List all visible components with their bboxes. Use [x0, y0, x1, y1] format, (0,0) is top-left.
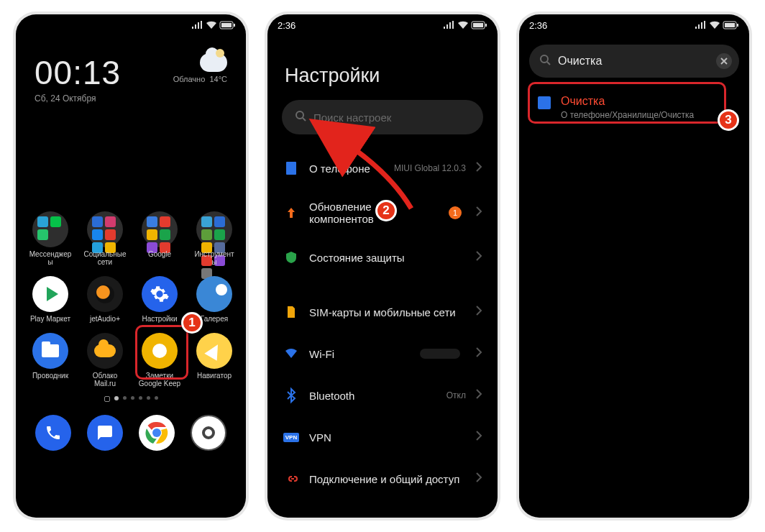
- app-label: Инструмент ы: [194, 250, 234, 266]
- search-input[interactable]: [558, 55, 709, 68]
- gear-icon: [150, 284, 170, 304]
- svg-point-4: [152, 428, 161, 437]
- annotation-badge-3: 3: [718, 109, 739, 131]
- app-shortcut[interactable]: jetAudio+: [79, 276, 131, 323]
- app-folder[interactable]: Google: [134, 211, 185, 266]
- result-icon: [538, 96, 551, 109]
- svg-rect-6: [473, 23, 483, 27]
- page-title: Настройки: [285, 65, 483, 87]
- close-icon: [720, 58, 728, 65]
- clock-date: Сб, 24 Октября: [35, 93, 121, 104]
- app-row-2: Play МаркетjetAudio+НастройкиГалерея: [16, 276, 246, 323]
- annotation-badge-1: 1: [181, 312, 203, 334]
- shield-icon: [283, 251, 299, 264]
- app-shortcut[interactable]: Заметки Google Keep: [134, 333, 185, 387]
- settings-item-title: VPN: [309, 431, 466, 444]
- phone-icon: [35, 415, 71, 451]
- page-dot: [155, 396, 158, 400]
- search-placeholder: Поиск настроек: [313, 111, 391, 124]
- folder-icon: [32, 211, 68, 247]
- app-label: Заметки Google Keep: [139, 372, 180, 387]
- settings-item-about[interactable]: О телефонеMIUI Global 12.0.3: [282, 147, 483, 189]
- app-label: Навигатор: [197, 372, 232, 380]
- nav-icon: [196, 333, 232, 369]
- gallery-icon: [196, 276, 232, 312]
- settings-item-title: Подключение и общий доступ: [309, 473, 466, 485]
- chevron-right-icon: [476, 306, 482, 318]
- chrome-app[interactable]: [131, 415, 183, 451]
- settings-item-title: SIM-карты и мобильные сети: [309, 306, 466, 318]
- chevron-right-icon: [476, 162, 482, 175]
- clock-widget[interactable]: 00:13 Сб, 24 Октября: [35, 53, 121, 104]
- settings-search[interactable]: [529, 45, 739, 78]
- app-label: Google: [148, 250, 171, 258]
- phone-icon: [45, 424, 62, 441]
- search-icon: [295, 110, 306, 124]
- clock-time: 00:13: [35, 53, 121, 92]
- wifi-name-obscured: [420, 349, 460, 359]
- search-result-item[interactable]: Очистка О телефоне/Хранилище/Очистка: [529, 88, 739, 129]
- settings-item-wifi[interactable]: Wi-Fi: [282, 333, 483, 375]
- folder-icon: [87, 211, 123, 247]
- search-icon: [539, 54, 551, 68]
- app-shortcut[interactable]: Навигатор: [188, 333, 240, 387]
- settings-item-shield[interactable]: Состояние защиты: [282, 237, 483, 278]
- app-shortcut[interactable]: Настройки: [134, 276, 185, 323]
- folder-icon: [196, 211, 232, 247]
- jet-icon: [87, 276, 123, 312]
- page-indicator[interactable]: [16, 396, 246, 402]
- wifi-icon: [283, 349, 299, 359]
- battery-icon: [472, 21, 487, 29]
- app-folder[interactable]: Мессенджер ы: [24, 211, 76, 266]
- weather-temp: 14°C: [209, 75, 227, 83]
- home-widgets: 00:13 Сб, 24 Октября Облачно 14°C: [16, 36, 246, 104]
- keep-icon: [142, 333, 178, 369]
- camera-app[interactable]: [183, 415, 234, 451]
- app-folder[interactable]: Социальные сети: [79, 211, 131, 266]
- msg-icon: [87, 415, 123, 451]
- annotation-badge-2: 2: [375, 200, 397, 221]
- app-label: Мессенджер ы: [29, 250, 72, 266]
- svg-rect-1: [221, 23, 232, 27]
- phone-home-screen: 00:13 Сб, 24 Октября Облачно 14°C Мессен…: [16, 14, 246, 518]
- settings-item-sim[interactable]: SIM-карты и мобильные сети: [282, 291, 483, 333]
- messages-app[interactable]: [79, 415, 131, 451]
- app-shortcut[interactable]: Play Маркет: [24, 276, 76, 323]
- settings-item-link[interactable]: Подключение и общий доступ: [282, 458, 483, 500]
- settings-search[interactable]: Поиск настроек: [282, 100, 483, 134]
- app-label: Настройки: [142, 315, 177, 323]
- svg-rect-7: [485, 24, 487, 27]
- app-label: Проводник: [32, 372, 68, 380]
- app-label: Облако Mail.ru: [93, 372, 118, 387]
- status-bar: 2:36: [267, 14, 498, 36]
- status-icons: [191, 21, 236, 29]
- play-icon: [32, 276, 68, 312]
- app-label: Галерея: [201, 315, 228, 323]
- settings-item-vpn[interactable]: VPNVPN: [282, 416, 483, 458]
- cam-icon: [191, 415, 226, 451]
- page-dot: [114, 396, 119, 400]
- clear-search-button[interactable]: [716, 53, 732, 69]
- update-icon: [283, 206, 299, 219]
- svg-rect-13: [737, 24, 738, 27]
- settings-icon: [142, 276, 178, 312]
- app-label: jetAudio+: [90, 315, 120, 323]
- status-icons: [443, 21, 487, 29]
- weather-widget[interactable]: Облачно 14°C: [173, 53, 227, 83]
- app-folder[interactable]: Инструмент ы: [188, 211, 240, 266]
- chevron-right-icon: [476, 206, 482, 219]
- result-path: О телефоне/Хранилище/Очистка: [561, 110, 694, 120]
- settings-item-bt[interactable]: BluetoothОткл: [282, 375, 483, 416]
- page-dot: [139, 396, 142, 400]
- message-icon: [96, 424, 114, 441]
- dock: [16, 415, 246, 465]
- app-shortcut[interactable]: Проводник: [24, 333, 76, 387]
- phone-app[interactable]: [27, 415, 79, 451]
- sim-icon: [283, 306, 299, 318]
- app-label: Play Маркет: [30, 315, 70, 323]
- svg-point-14: [541, 55, 548, 63]
- chevron-right-icon: [476, 347, 482, 360]
- result-title: Очистка: [561, 95, 694, 108]
- app-shortcut[interactable]: Облако Mail.ru: [79, 333, 131, 387]
- chrome-icon: [139, 415, 175, 451]
